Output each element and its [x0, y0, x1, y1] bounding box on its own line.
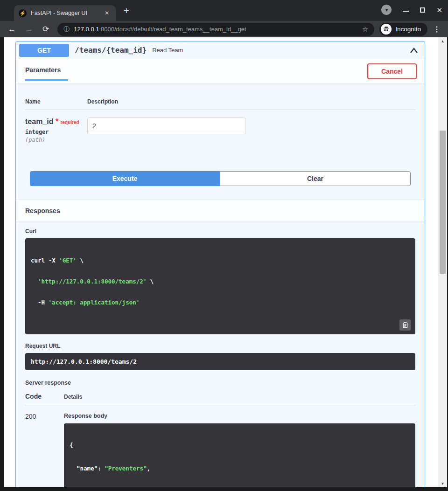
browser-menu-icon[interactable]: ⋮ — [430, 25, 443, 34]
chevron-up-icon[interactable] — [409, 47, 419, 54]
parameters-title: Parameters — [25, 66, 61, 74]
server-response-details-header: Details — [64, 394, 415, 400]
parameters-section-header: Parameters Cancel — [16, 59, 425, 83]
minimize-icon[interactable] — [403, 8, 409, 12]
response-body: { "name": "Preventers", "headquarters": … — [64, 423, 415, 487]
responses-section-header: Responses — [16, 200, 425, 221]
forward-icon[interactable]: → — [22, 25, 36, 34]
url-domain: 127.0.0.1 — [74, 26, 99, 33]
browser-toolbar: ← → ⟳ ⓘ 127.0.0.1:8000/docs#/default/rea… — [0, 21, 448, 37]
curl-label: Curl — [25, 228, 415, 235]
new-tab-button[interactable]: + — [124, 6, 129, 15]
parameter-location: (path) — [25, 137, 87, 143]
parameters-table: Name Description team_id * required inte… — [16, 83, 425, 143]
cancel-button[interactable]: Cancel — [367, 63, 417, 79]
required-asterisk: * — [56, 118, 58, 125]
maximize-icon[interactable] — [420, 7, 425, 13]
address-bar[interactable]: ⓘ 127.0.0.1:8000/docs#/default/read_team… — [57, 23, 374, 36]
endpoint-path: /teams/{team_id} — [75, 46, 147, 55]
request-url-label: Request URL — [25, 343, 415, 349]
window-close-icon[interactable]: ✕ — [436, 7, 442, 14]
request-url-value: http://127.0.0.1:8000/teams/2 — [25, 353, 415, 370]
scroll-down-icon[interactable]: ▼ — [438, 480, 447, 487]
server-response-label: Server response — [25, 380, 415, 386]
column-header-name: Name — [25, 98, 87, 105]
tab-title: FastAPI - Swagger UI — [31, 10, 98, 16]
incognito-label: Incognito — [395, 26, 421, 33]
execute-wrapper: Execute Clear — [30, 171, 411, 186]
page-scrollbar[interactable]: ▲ ▼ — [438, 37, 447, 487]
scroll-up-icon[interactable]: ▲ — [438, 37, 447, 45]
copy-curl-button[interactable] — [399, 319, 411, 331]
server-response-row: 200 Response body { "name": "Preventers"… — [25, 406, 415, 487]
response-body-label: Response body — [64, 413, 415, 419]
browser-tab[interactable]: ⚡ FastAPI - Swagger UI ✕ — [14, 5, 116, 21]
required-label: required — [61, 120, 79, 125]
execute-button[interactable]: Execute — [30, 171, 220, 186]
active-tab-underline — [25, 79, 68, 81]
team-id-input[interactable] — [87, 118, 246, 134]
tab-close-icon[interactable]: ✕ — [103, 9, 111, 17]
reload-icon[interactable]: ⟳ — [39, 24, 52, 34]
method-badge: GET — [19, 44, 69, 57]
page-viewport: GET /teams/{team_id} Read Team Parameter… — [4, 37, 447, 487]
url-text: 127.0.0.1:8000/docs#/default/read_team_t… — [74, 26, 358, 33]
column-header-description: Description — [87, 98, 415, 105]
back-icon[interactable]: ← — [5, 25, 19, 34]
incognito-icon — [381, 24, 392, 35]
curl-command: curl -X 'GET' \ 'http://127.0.0.1:8000/t… — [25, 238, 415, 334]
bookmark-star-icon[interactable]: ☆ — [362, 25, 368, 34]
page-info-icon[interactable]: ⓘ — [63, 25, 70, 34]
incognito-badge: Incognito — [379, 23, 427, 36]
browser-titlebar: ⚡ FastAPI - Swagger UI ✕ + ▾ ✕ — [0, 0, 448, 21]
opblock-summary[interactable]: GET /teams/{team_id} Read Team — [16, 41, 425, 59]
scrollbar-thumb[interactable] — [440, 131, 446, 274]
fastapi-favicon-icon: ⚡ — [19, 9, 27, 17]
url-rest: :8000/docs#/default/read_team_teams__tea… — [99, 26, 246, 33]
browser-update-icon[interactable]: ▾ — [381, 5, 392, 15]
endpoint-summary: Read Team — [152, 47, 183, 54]
responses-title: Responses — [25, 207, 60, 214]
parameter-name: team_id * required — [25, 118, 87, 126]
opblock-get-read-team: GET /teams/{team_id} Read Team Parameter… — [15, 41, 425, 487]
parameter-type: integer — [25, 129, 87, 135]
clear-button[interactable]: Clear — [220, 171, 411, 186]
server-response-code-header: Code — [25, 393, 64, 400]
parameter-row-team-id: team_id * required integer (path) — [25, 110, 415, 143]
status-code: 200 — [25, 413, 64, 487]
